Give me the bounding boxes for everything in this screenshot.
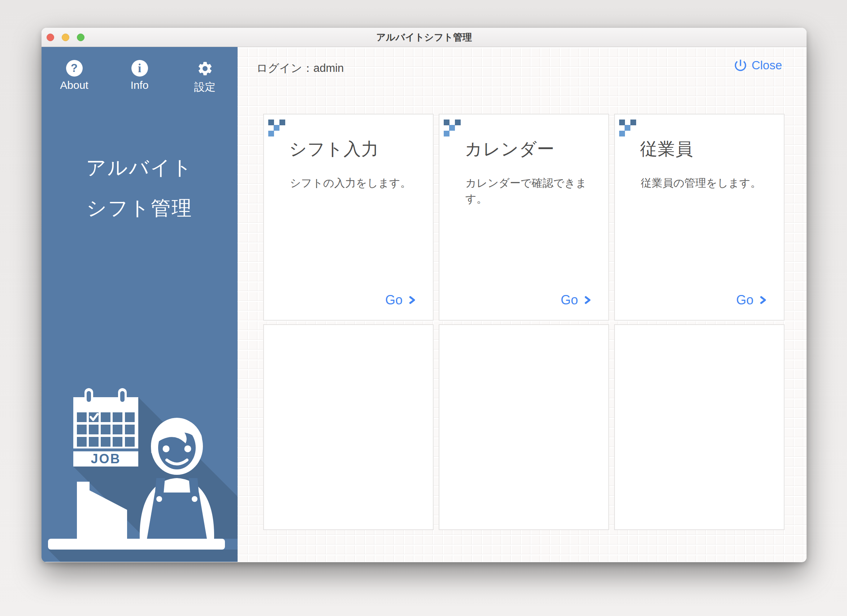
go-link-label: Go — [385, 292, 403, 308]
go-link[interactable]: Go — [561, 292, 592, 308]
sidebar-item-label: Info — [130, 79, 148, 92]
go-link-label: Go — [561, 292, 578, 308]
app-title-line1: アルバイト — [41, 147, 238, 188]
card-corner-decoration — [268, 120, 286, 137]
sidebar-item-label: About — [60, 79, 88, 92]
card-corner-decoration — [619, 120, 636, 137]
close-traffic-light[interactable] — [47, 34, 54, 41]
gear-icon — [196, 60, 214, 77]
card-calendar: カレンダー カレンダーで確認できます。 Go — [439, 114, 609, 321]
cards-grid: シフト入力 シフトの入力をします。 Go カレンダー カレンダーで確認できます。… — [263, 114, 785, 530]
calendar-job-label: JOB — [91, 451, 121, 466]
login-status: ログイン：admin — [256, 61, 344, 76]
card-shift-input: シフト入力 シフトの入力をします。 Go — [263, 114, 434, 321]
card-empty — [439, 324, 609, 530]
window-title: アルバイトシフト管理 — [376, 31, 472, 44]
sidebar-nav: ? About i Info 設定 — [41, 47, 238, 95]
sidebar-item-label: 設定 — [194, 80, 216, 95]
chevron-right-icon — [582, 294, 592, 307]
zoom-traffic-light[interactable] — [77, 34, 84, 41]
app-title-line2: シフト管理 — [41, 188, 238, 228]
card-corner-decoration — [444, 120, 461, 137]
close-button-label: Close — [752, 59, 782, 72]
card-employees: 従業員 従業員の管理をします。 Go — [614, 114, 785, 321]
go-link-label: Go — [736, 292, 754, 308]
info-circle-icon: i — [131, 60, 148, 77]
card-description: 従業員の管理をします。 — [641, 175, 766, 191]
chevron-right-icon — [758, 294, 768, 307]
app-window: アルバイトシフト管理 ? About i Info — [41, 28, 807, 562]
card-title: 従業員 — [640, 137, 784, 161]
card-description: シフトの入力をします。 — [290, 175, 416, 191]
card-empty — [614, 324, 785, 530]
sidebar-item-info[interactable]: i Info — [107, 60, 172, 95]
card-title: カレンダー — [465, 137, 608, 161]
job-illustration: JOB — [41, 381, 238, 562]
power-icon — [733, 58, 748, 73]
card-empty — [263, 324, 434, 530]
minimize-traffic-light[interactable] — [62, 34, 69, 41]
card-description: カレンダーで確認できます。 — [465, 175, 591, 207]
title-bar: アルバイトシフト管理 — [41, 28, 807, 47]
go-link[interactable]: Go — [736, 292, 768, 308]
main-area: ログイン：admin Close シフト入力 シフトの入力をします。 Go — [238, 47, 807, 562]
sidebar: ? About i Info 設定 アルバイト — [41, 47, 238, 562]
traffic-lights — [47, 28, 84, 47]
card-title: シフト入力 — [289, 137, 433, 161]
chevron-right-icon — [407, 294, 417, 307]
app-title: アルバイト シフト管理 — [41, 147, 238, 228]
sidebar-item-settings[interactable]: 設定 — [172, 60, 238, 95]
close-button[interactable]: Close — [733, 58, 782, 73]
go-link[interactable]: Go — [385, 292, 417, 308]
question-circle-icon: ? — [66, 60, 83, 77]
sidebar-item-about[interactable]: ? About — [41, 60, 107, 95]
